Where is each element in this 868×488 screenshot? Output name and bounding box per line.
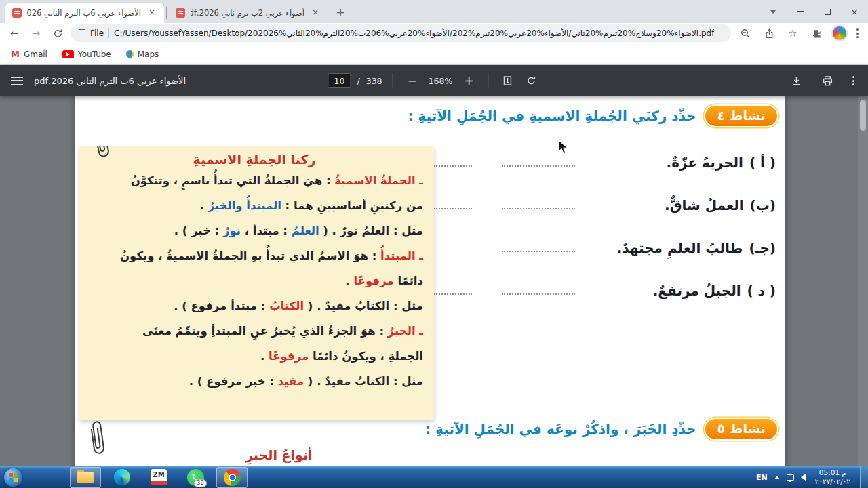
download-icon[interactable] [787,72,805,89]
toolbar-divider [488,73,489,88]
next-section-title: أنواعُ الخبرِ [245,447,313,462]
item-text: الحريةُ عزّةٌ. [667,155,743,171]
activity4-title: حدِّد ركنَي الجُملةِ الاسميةِ في الجُمَل… [408,108,696,124]
zm-label: ZM [153,471,164,479]
grammar-line: مثل : العلمُ نورٌ . ( العلمُ : مبتدأ ، ن… [85,218,423,243]
activity4-badge: نشاط ٤ [705,106,777,126]
pdf-page: نشاط ٤ حدِّد ركنَي الجُملةِ الاسميةِ في … [75,96,785,466]
zoom-indicator-icon[interactable] [736,24,754,42]
grammar-segment: . [346,274,354,287]
grammar-segment: مفيد [278,375,304,388]
taskbar-chrome[interactable] [216,467,248,488]
maximize-button[interactable] [814,0,841,23]
taskbar-clock[interactable]: 05:01 م ٢٠٢٧/٠٢/٠٢ [815,468,850,487]
zoom-in-button[interactable]: + [460,72,478,89]
taskbar-file-explorer[interactable] [70,467,101,488]
address-bar[interactable]: File C:/Users/YoussefYassen/Desktop/الاض… [71,24,731,42]
whatsapp-badge: 30 [194,479,206,487]
pdf-more-icon[interactable] [850,73,857,88]
grammar-segment: من ركنينِ أساسيينِ هما : [281,199,423,212]
forward-icon[interactable]: → [27,24,45,42]
scrollbar-thumb[interactable] [860,100,866,131]
url-text: C:/Users/YoussefYassen/Desktop/الاضواء%2… [114,28,714,38]
pdf-scrollbar[interactable] [858,96,868,466]
grammar-segment: الجملةِ ، ويكونُ دائمًا [309,350,423,363]
close-button[interactable]: × [841,0,868,23]
grammar-segment: : هيَ الجملةُ التي تبدأُ باسمٍ ، وتتكوَّ… [131,174,335,187]
network-icon[interactable] [787,474,794,481]
file-icon [79,29,85,37]
grammar-segment: : خبر مرفوع ) . [189,375,278,388]
taskbar-whatsapp[interactable]: 30 [180,467,211,488]
grammar-segment: : خبر ) . [174,224,223,237]
grammar-line: الجملةِ ، ويكونُ دائمًا مرفوعًا . [85,344,423,369]
tab-search-icon[interactable] [760,0,787,23]
paperclip-icon [83,416,112,462]
reload-icon[interactable] [49,24,66,42]
extensions-icon[interactable] [808,24,825,42]
clock-time: 05:01 م [819,468,846,478]
item-label: ( د ) [747,283,776,299]
grammar-line: مثل : الكتابُ مفيدٌ . ( مفيد : خبر مرفوع… [85,369,423,394]
taskbar-edge[interactable] [106,467,138,488]
grammar-line: مثل : الكتابُ مفيدٌ . ( الكتابُ : مبتدأ … [85,293,423,319]
tab-strip: الأضواء عربي 6ب الترم الثاني 2026.pdf × … [0,0,868,23]
menu-icon[interactable] [11,77,23,85]
taskbar-zm-app[interactable]: ZM [143,467,174,488]
grammar-line: ـ الجملةُ الاسميةُ : هيَ الجملةُ التي تب… [85,168,423,193]
item-label: (ب) [750,197,776,214]
pdf-favicon [12,8,22,18]
exercise-item: ( أ )الحريةُ عزّةٌ. [410,150,776,175]
url-scheme-label: File [90,28,104,38]
grammar-segment: مرفوعًا [354,274,394,287]
bookmark-label: Gmail [24,49,47,59]
minimize-button[interactable] [787,0,814,23]
grammar-box: ركنا الجملةِ الاسميةِ ـ الجملةُ الاسميةُ… [79,146,434,420]
volume-icon[interactable] [801,474,806,481]
grammar-segment: : هوَ الاسمُ الذي تبدأُ بهِ الجملةُ الاس… [120,249,380,262]
bookmark-youtube[interactable]: YouTube [62,49,111,59]
system-tray: EN 05:01 م ٢٠٢٧/٠٢/٠٢ [756,466,868,488]
rotate-icon[interactable] [523,72,540,89]
language-indicator[interactable]: EN [756,473,768,482]
share-icon[interactable] [760,24,778,42]
profile-avatar[interactable] [831,25,848,41]
grammar-segment: مرفوعًا [269,350,309,363]
print-icon[interactable] [818,72,836,89]
edge-icon [114,469,130,485]
zoom-out-button[interactable]: − [403,72,421,89]
grammar-line: ـ الخبرُ : هوَ الجزءُ الذي يُخبرُ عنِ ال… [85,319,423,344]
tab-inactive[interactable]: أضواء عربي 2ب ترم ثاني 2026.pdf × [169,3,328,23]
browser-menu-icon[interactable] [854,26,861,41]
new-tab-button[interactable]: + [332,3,349,21]
activity4-items: ( أ )الحريةُ عزّةٌ.(ب)العملُ شاقٌّ.(جـ)ط… [410,150,776,321]
bookmark-star-icon[interactable]: ☆ [784,24,802,42]
pdf-page-zoom-controls: / 338 − 168% + [328,72,540,89]
bookmark-maps[interactable]: Maps [126,49,159,59]
show-desktop-button[interactable] [860,466,868,488]
chrome-icon [224,469,241,486]
exercise-sentence: ( د )الجبلُ مرتفعٌ. [605,283,776,299]
whatsapp-icon: 30 [187,469,204,486]
tab-active[interactable]: الأضواء عربي 6ب الترم الثاني 2026.pdf × [5,3,164,23]
tab-close-icon[interactable]: × [310,7,321,18]
browser-window: الأضواء عربي 6ب الترم الثاني 2026.pdf × … [0,0,868,488]
pdf-toolbar-actions [787,72,857,89]
page-number-input[interactable] [328,73,351,88]
pdf-toolbar: الأضواء عربي 6ب الترم الثاني 2026.pdf / … [0,65,868,96]
fit-page-icon[interactable] [499,72,517,89]
grammar-segment: دائمًا [394,274,423,287]
back-icon[interactable]: ← [5,24,23,42]
bookmark-gmail[interactable]: M Gmail [11,49,47,59]
window-controls: × [760,0,868,23]
grammar-segment: . [200,199,208,212]
start-button[interactable] [4,468,22,487]
exercise-item: ( د )الجبلُ مرتفعٌ. [410,279,776,303]
page-separator: / [357,76,359,86]
tab-title: الأضواء عربي 6ب الترم الثاني 2026.pdf [27,8,141,18]
youtube-icon [62,50,74,58]
tab-close-icon[interactable]: × [146,7,157,18]
page-total: 338 [366,76,382,86]
item-text: العملُ شاقٌّ. [665,197,744,214]
hidden-icons-icon[interactable] [774,476,780,479]
